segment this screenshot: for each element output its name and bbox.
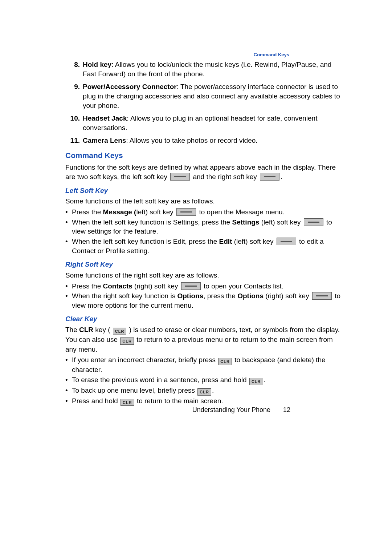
page-number: 12 bbox=[283, 405, 290, 414]
softkey-icon bbox=[260, 173, 279, 181]
bullet-text: Press the Contacts (right) soft key to o… bbox=[72, 282, 345, 291]
page-footer: Understanding Your Phone 12 bbox=[192, 405, 290, 414]
bullet-text: To erase the previous word in a sentence… bbox=[72, 375, 345, 385]
subheading-right-soft-key: Right Soft Key bbox=[65, 260, 345, 269]
bullet-item: • When the right soft key function is Op… bbox=[65, 291, 345, 310]
bullet-item: • Press the Contacts (right) soft key to… bbox=[65, 282, 345, 291]
subheading-left-soft-key: Left Soft Key bbox=[65, 186, 345, 195]
bullet-list: • Press the Contacts (right) soft key to… bbox=[65, 282, 345, 310]
item-number: 8. bbox=[65, 60, 83, 78]
bullet-dot: • bbox=[65, 218, 72, 236]
softkey-icon bbox=[170, 173, 190, 181]
manual-page: Command Keys 8. Hold key: Allows you to … bbox=[0, 0, 392, 542]
text: (right) soft key bbox=[132, 282, 180, 290]
text-bold: Message ( bbox=[103, 208, 136, 216]
bullet-text: Press the Message (left) soft key to ope… bbox=[72, 207, 345, 217]
text: . bbox=[212, 387, 214, 394]
clr-key-icon: CLR bbox=[120, 337, 134, 345]
softkey-icon bbox=[277, 238, 296, 245]
softkey-icon bbox=[304, 218, 323, 226]
bullet-text: To back up one menu level, briefly press… bbox=[72, 386, 345, 396]
bullet-dot: • bbox=[65, 386, 72, 396]
text-bold: Options bbox=[177, 292, 203, 300]
item-text: Power/Accessory Connector: The power/acc… bbox=[83, 82, 345, 110]
text: When the left soft key function is Edit,… bbox=[72, 238, 219, 245]
item-label: Headset Jack bbox=[83, 114, 127, 122]
softkey-icon bbox=[176, 208, 196, 216]
list-item: 9. Power/Accessory Connector: The power/… bbox=[65, 82, 345, 110]
item-desc: : Allows you to lock/unlock the music ke… bbox=[83, 61, 331, 78]
text: to open the Message menu. bbox=[197, 208, 285, 216]
bullet-dot: • bbox=[65, 396, 72, 406]
running-header: Command Keys bbox=[254, 52, 289, 58]
bullet-item: • When the left soft key function is Edi… bbox=[65, 237, 345, 255]
bullet-dot: • bbox=[65, 291, 72, 310]
bullet-list: • If you enter an incorrect character, b… bbox=[65, 355, 345, 406]
subheading-clear-key: Clear Key bbox=[65, 314, 345, 324]
bullet-text: When the left soft key function is Edit,… bbox=[72, 237, 345, 255]
item-text: Camera Lens: Allows you to take photos o… bbox=[83, 136, 345, 145]
text: to return to the main screen. bbox=[135, 397, 223, 405]
text: To erase the previous word in a sentence… bbox=[72, 376, 249, 384]
text: If you enter an incorrect character, bri… bbox=[72, 356, 217, 364]
text: left) soft key bbox=[136, 208, 175, 216]
clr-key-icon: CLR bbox=[121, 399, 134, 406]
text: Press the bbox=[72, 282, 103, 290]
text-bold: Contacts bbox=[103, 282, 132, 290]
intro-paragraph: Functions for the soft keys are defined … bbox=[65, 163, 345, 181]
bullet-text: When the right soft key function is Opti… bbox=[72, 291, 345, 310]
text: (left) soft key bbox=[259, 218, 302, 226]
item-number: 10. bbox=[65, 114, 83, 132]
text: and the right soft key bbox=[191, 173, 259, 181]
item-number: 11. bbox=[65, 136, 83, 145]
list-item: 8. Hold key: Allows you to lock/unlock t… bbox=[65, 60, 345, 78]
text: Press and hold bbox=[72, 397, 120, 405]
bullet-dot: • bbox=[65, 207, 72, 217]
text-bold: Edit bbox=[219, 238, 232, 245]
clr-key-icon: CLR bbox=[249, 378, 263, 385]
clr-key-icon: CLR bbox=[197, 388, 211, 396]
bullet-item: • When the left soft key function is Set… bbox=[65, 218, 345, 236]
text: When the right soft key function is bbox=[72, 292, 177, 300]
softkey-icon bbox=[181, 282, 201, 290]
section-heading-command-keys: Command Keys bbox=[65, 150, 345, 161]
bullet-item: • Press the Message (left) soft key to o… bbox=[65, 207, 345, 217]
text: (left) soft key bbox=[232, 238, 275, 245]
item-desc: : Allows you to take photos or record vi… bbox=[126, 137, 257, 144]
paragraph: The CLR key ( CLR ) is used to erase or … bbox=[65, 325, 345, 354]
item-label: Camera Lens bbox=[83, 137, 126, 144]
text-bold: Options bbox=[237, 292, 264, 300]
bullet-dot: • bbox=[65, 375, 72, 385]
item-text: Headset Jack: Allows you to plug in an o… bbox=[83, 114, 345, 132]
footer-section: Understanding Your Phone bbox=[192, 406, 270, 413]
bullet-item: • Press and hold CLR to return to the ma… bbox=[65, 396, 345, 406]
item-text: Hold key: Allows you to lock/unlock the … bbox=[83, 60, 345, 78]
numbered-list: 8. Hold key: Allows you to lock/unlock t… bbox=[65, 60, 345, 145]
text: to open your Contacts list. bbox=[202, 282, 283, 290]
paragraph: Some functions of the left soft key are … bbox=[65, 197, 345, 206]
text: Press the bbox=[72, 208, 103, 216]
list-item: 10. Headset Jack: Allows you to plug in … bbox=[65, 114, 345, 132]
item-label: Power/Accessory Connector bbox=[83, 83, 177, 90]
text: , press the bbox=[203, 292, 237, 300]
text: (right) soft key bbox=[264, 292, 311, 300]
text: key ( bbox=[93, 326, 112, 333]
clr-key-icon: CLR bbox=[218, 358, 232, 365]
text: . bbox=[264, 376, 266, 384]
bullet-list: • Press the Message (left) soft key to o… bbox=[65, 207, 345, 255]
bullet-dot: • bbox=[65, 282, 72, 291]
bullet-text: If you enter an incorrect character, bri… bbox=[72, 355, 345, 374]
bullet-text: When the left soft key function is Setti… bbox=[72, 218, 345, 236]
bullet-item: • If you enter an incorrect character, b… bbox=[65, 355, 345, 374]
text-bold: CLR bbox=[79, 326, 93, 333]
bullet-text: Press and hold CLR to return to the main… bbox=[72, 396, 345, 406]
text: When the left soft key function is Setti… bbox=[72, 218, 232, 226]
list-item: 11. Camera Lens: Allows you to take phot… bbox=[65, 136, 345, 145]
item-number: 9. bbox=[65, 82, 83, 110]
bullet-item: • To erase the previous word in a senten… bbox=[65, 375, 345, 385]
text: To back up one menu level, briefly press bbox=[72, 387, 197, 394]
clr-key-icon: CLR bbox=[113, 328, 127, 335]
bullet-dot: • bbox=[65, 355, 72, 374]
bullet-dot: • bbox=[65, 237, 72, 255]
item-label: Hold key bbox=[83, 61, 111, 68]
